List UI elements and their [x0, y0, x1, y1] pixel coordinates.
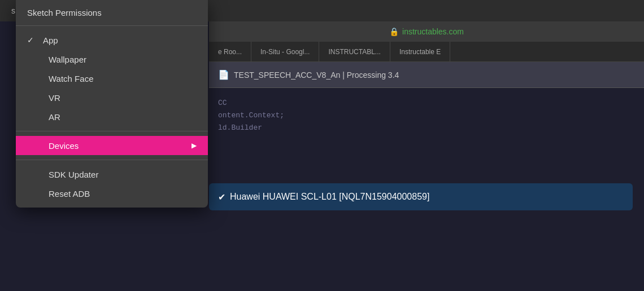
- dropdown-label-app: App: [43, 36, 58, 45]
- dropdown-item-sdk-updater[interactable]: SDK Updater: [16, 165, 208, 184]
- ide-toolbar: 📄 TEST_SPEECH_ACC_V8_An | Processing 3.4: [209, 62, 644, 88]
- code-line-0: CC: [218, 97, 635, 109]
- dropdown-section-sdk: SDK Updater Reset ADB: [16, 160, 208, 208]
- dropdown-item-watchface[interactable]: Watch Face: [16, 69, 208, 88]
- device-check-icon: ✔: [218, 192, 225, 202]
- file-icon: 📄: [218, 69, 229, 80]
- code-line-1: ontent.Context;: [218, 109, 635, 122]
- browser-tab-3[interactable]: Instructable E: [390, 42, 450, 61]
- dropdown-label-reset-adb: Reset ADB: [49, 189, 90, 199]
- device-text: Huawei HUAWEI SCL-L01 [NQL7N15904000859]: [230, 192, 429, 202]
- dropdown-header: Sketch Permissions: [16, 0, 208, 26]
- browser-tabs: e Roo... In-Situ - Googl... INSTRUCTABL.…: [209, 42, 644, 62]
- browser-address-bar: 🔒 instructables.com: [209, 21, 644, 42]
- dropdown-item-app[interactable]: ✓ App: [16, 30, 208, 50]
- dropdown-label-devices: Devices: [49, 141, 79, 151]
- dropdown-label-watchface: Watch Face: [49, 74, 93, 83]
- dropdown-item-devices[interactable]: Devices ▶: [16, 136, 208, 155]
- dropdown-section-devices: Devices ▶: [16, 131, 208, 160]
- dropdown-item-vr[interactable]: VR: [16, 88, 208, 107]
- dropdown-label-ar: AR: [49, 112, 60, 122]
- dropdown-item-ar[interactable]: AR: [16, 107, 208, 126]
- ide-filename: TEST_SPEECH_ACC_V8_An | Processing 3.4: [234, 70, 399, 80]
- address-text[interactable]: instructables.com: [402, 27, 464, 36]
- dropdown-label-wallpaper: Wallpaper: [49, 55, 86, 64]
- dropdown-section-app-types: ✓ App Wallpaper Watch Face VR AR: [16, 26, 208, 131]
- browser-tab-0[interactable]: e Roo...: [209, 42, 251, 61]
- dropdown-label-sdk-updater: SDK Updater: [49, 170, 98, 179]
- dropdown-menu: Sketch Permissions ✓ App Wallpaper Watch…: [16, 0, 208, 208]
- lock-icon: 🔒: [389, 27, 399, 36]
- dropdown-item-reset-adb[interactable]: Reset ADB: [16, 184, 208, 203]
- device-bar: ✔ Huawei HUAWEI SCL-L01 [NQL7N1590400085…: [209, 183, 633, 210]
- code-line-2: ld.Builder: [218, 122, 635, 134]
- browser-tab-2[interactable]: INSTRUCTABL...: [319, 42, 390, 61]
- dropdown-label-vr: VR: [49, 93, 60, 103]
- browser-tab-1[interactable]: In-Situ - Googl...: [251, 42, 319, 61]
- dropdown-item-wallpaper[interactable]: Wallpaper: [16, 50, 208, 69]
- arrow-icon-devices: ▶: [192, 142, 197, 149]
- check-icon-app: ✓: [27, 36, 37, 45]
